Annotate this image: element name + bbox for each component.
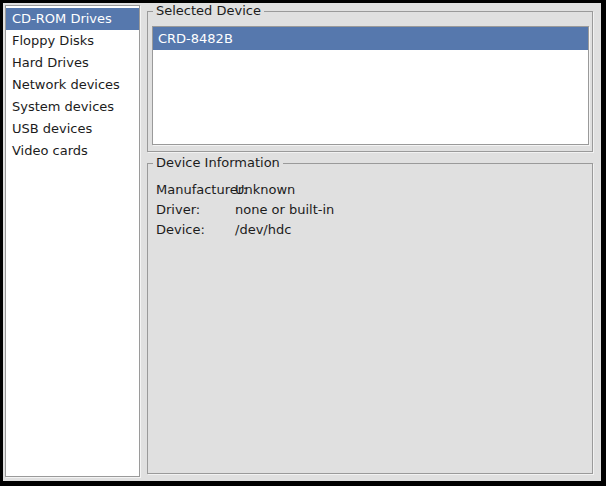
sidebar-item-usb-devices[interactable]: USB devices bbox=[6, 118, 139, 140]
sidebar-item-video-cards[interactable]: Video cards bbox=[6, 140, 139, 162]
device-information-fields: Manufacturer:UnknownDriver:none or built… bbox=[156, 180, 584, 240]
selected-device-frame-title: Selected Device bbox=[153, 3, 264, 19]
info-value-manufacturer: Unknown bbox=[235, 180, 584, 200]
sidebar-item-hard-drives[interactable]: Hard Drives bbox=[6, 52, 139, 74]
device-item-crd-8482b[interactable]: CRD-8482B bbox=[153, 27, 588, 50]
info-label-manufacturer: Manufacturer: bbox=[156, 180, 235, 200]
info-label-device: Device: bbox=[156, 220, 235, 240]
sidebar-item-floppy-disks[interactable]: Floppy Disks bbox=[6, 30, 139, 52]
info-value-device: /dev/hdc bbox=[235, 220, 584, 240]
sidebar-item-network-devices[interactable]: Network devices bbox=[6, 74, 139, 96]
info-label-driver: Driver: bbox=[156, 200, 235, 220]
category-list[interactable]: CD-ROM DrivesFloppy DisksHard DrivesNetw… bbox=[5, 5, 140, 477]
info-value-driver: none or built-in bbox=[235, 200, 584, 220]
device-information-frame-title: Device Information bbox=[153, 155, 283, 171]
selected-device-frame: Selected Device CRD-8482B bbox=[147, 11, 593, 152]
device-information-frame: Device Information Manufacturer:UnknownD… bbox=[147, 163, 593, 474]
sidebar-item-system-devices[interactable]: System devices bbox=[6, 96, 139, 118]
hardware-browser-window: CD-ROM DrivesFloppy DisksHard DrivesNetw… bbox=[0, 0, 606, 486]
device-list[interactable]: CRD-8482B bbox=[152, 26, 589, 145]
sidebar-item-cd-rom-drives[interactable]: CD-ROM Drives bbox=[6, 8, 139, 30]
